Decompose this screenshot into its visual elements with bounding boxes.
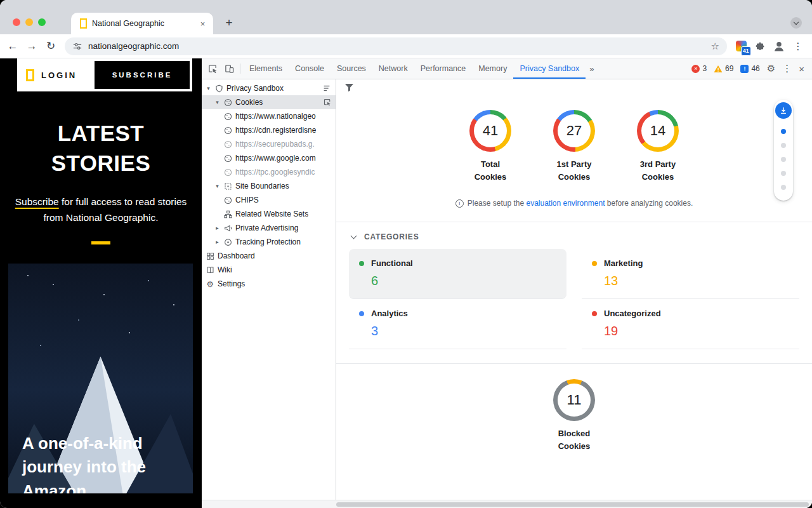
- reload-icon[interactable]: ↻: [42, 37, 60, 55]
- tab-search-icon[interactable]: [790, 17, 802, 29]
- minimize-window-button[interactable]: [25, 18, 33, 26]
- tree-item-dashboard[interactable]: Dashboard: [202, 249, 336, 263]
- tree-item-site-boundaries[interactable]: Site Boundaries: [202, 179, 336, 193]
- categories-header[interactable]: CATEGORIES: [336, 222, 812, 248]
- book-icon: [206, 265, 214, 274]
- third-party-cookies-donut: 14: [637, 110, 679, 152]
- tree-item-url[interactable]: https://www.nationalgeo: [202, 109, 336, 123]
- subscribe-link[interactable]: Subscribe: [15, 196, 59, 207]
- story-card[interactable]: A one-of-a-kind journey into the Amazon: [8, 264, 193, 493]
- new-tab-button[interactable]: +: [221, 15, 237, 31]
- tree-item-url[interactable]: https://securepubads.g.: [202, 137, 336, 151]
- tab-sources[interactable]: Sources: [331, 58, 372, 79]
- bookmark-star-icon[interactable]: ☆: [711, 41, 719, 52]
- info-icon: [455, 199, 464, 208]
- blocked-cookies-value: 11: [553, 379, 595, 421]
- browser-tab[interactable]: National Geographic ×: [71, 13, 213, 34]
- category-uncategorized[interactable]: Uncategorized 19: [582, 299, 799, 349]
- url-field[interactable]: nationalgeographic.com ☆: [65, 37, 727, 55]
- tab-memory[interactable]: Memory: [472, 58, 513, 79]
- tree-item-url[interactable]: https://www.google.com: [202, 151, 336, 165]
- cookie-icon: [223, 196, 232, 204]
- site-boundaries-icon: [223, 182, 232, 190]
- category-count: 3: [371, 324, 556, 338]
- tab-network[interactable]: Network: [372, 58, 414, 79]
- devtools-menu-icon[interactable]: ⋮: [782, 63, 792, 74]
- tree-item-label: Wiki: [218, 265, 232, 274]
- issues-badge[interactable]: ! 46: [740, 64, 759, 73]
- devtools-status-cluster: × 3 69 ! 46 ⚙: [691, 63, 809, 74]
- natgeo-favicon: [80, 18, 87, 29]
- privacy-sandbox-extension-icon[interactable]: 41: [732, 38, 750, 55]
- categories-title: CATEGORIES: [364, 232, 419, 241]
- zoom-window-button[interactable]: [38, 18, 46, 26]
- warning-count: 69: [725, 64, 733, 73]
- tab-console[interactable]: Console: [289, 58, 331, 79]
- error-badge[interactable]: × 3: [691, 64, 707, 73]
- tree-item-chips[interactable]: CHIPS: [202, 193, 336, 207]
- caret-right-icon[interactable]: [214, 239, 220, 245]
- tree-item-label: https://cdn.registerdisne: [235, 126, 316, 135]
- tree-item-private-advertising[interactable]: Private Advertising: [202, 221, 336, 235]
- download-button[interactable]: [775, 102, 792, 119]
- chevron-down-icon[interactable]: [351, 232, 357, 239]
- tree-item-cookies[interactable]: Cookies: [202, 95, 336, 109]
- url-text[interactable]: nationalgeographic.com: [88, 41, 705, 51]
- forward-icon[interactable]: →: [23, 37, 41, 55]
- inspect-element-icon[interactable]: [204, 60, 221, 77]
- pager-dot[interactable]: [781, 129, 786, 134]
- more-tabs-icon[interactable]: »: [586, 64, 598, 74]
- cookie-donuts: 41 Total Cookies 27: [336, 110, 812, 184]
- total-cookies-value: 41: [469, 110, 511, 152]
- scrollbar-thumb[interactable]: [336, 502, 809, 507]
- tree-item-wiki[interactable]: Wiki: [202, 263, 336, 277]
- category-name: Marketing: [604, 258, 643, 268]
- site-settings-icon[interactable]: [72, 38, 82, 55]
- analytics-dot: [359, 311, 364, 316]
- devtools-close-icon[interactable]: ×: [799, 64, 804, 74]
- tree-item-label: Site Boundaries: [235, 182, 289, 190]
- tree-item-settings[interactable]: ⚙ Settings: [202, 277, 336, 291]
- pager-dot[interactable]: [781, 143, 786, 148]
- story-title[interactable]: A one-of-a-kind journey into the Amazon: [22, 432, 181, 493]
- login-link[interactable]: LOGIN: [41, 70, 77, 80]
- tab-elements[interactable]: Elements: [243, 58, 289, 79]
- tab-close-icon[interactable]: ×: [197, 18, 208, 29]
- close-window-button[interactable]: [13, 18, 20, 26]
- evaluation-environment-link[interactable]: evaluation environment: [526, 199, 605, 208]
- caret-down-icon[interactable]: [214, 183, 220, 189]
- collapse-sidebar-icon[interactable]: [322, 84, 333, 93]
- profile-avatar-icon[interactable]: [770, 37, 788, 55]
- window-controls: [13, 18, 46, 26]
- warning-badge[interactable]: 69: [714, 64, 733, 73]
- device-toolbar-icon[interactable]: [221, 60, 237, 77]
- total-cookies-stat: 41 Total Cookies: [459, 110, 521, 184]
- tree-item-url[interactable]: https://tpc.googlesyndic: [202, 165, 336, 179]
- inspect-cursor-icon[interactable]: [324, 98, 333, 106]
- issues-icon: !: [740, 65, 749, 73]
- tree-item-tracking-protection[interactable]: Tracking Protection: [202, 235, 336, 249]
- extensions-puzzle-icon[interactable]: [751, 37, 769, 55]
- tree-item-related-website-sets[interactable]: Related Website Sets: [202, 207, 336, 221]
- tab-privacy-sandbox[interactable]: Privacy Sandbox: [513, 58, 586, 79]
- tab-performance[interactable]: Performance: [414, 58, 473, 79]
- tree-root-label: Privacy Sandbox: [226, 84, 284, 93]
- tree-root-privacy-sandbox[interactable]: Privacy Sandbox: [202, 81, 336, 95]
- caret-down-icon[interactable]: [214, 99, 220, 105]
- caret-down-icon[interactable]: [206, 85, 211, 91]
- category-analytics[interactable]: Analytics 3: [349, 299, 566, 349]
- back-icon[interactable]: ←: [4, 37, 22, 55]
- category-functional[interactable]: Functional 6: [349, 249, 566, 299]
- horizontal-scrollbar[interactable]: [202, 500, 812, 508]
- pager-dot[interactable]: [781, 157, 786, 162]
- tree-item-url[interactable]: https://cdn.registerdisne: [202, 123, 336, 137]
- category-count: 13: [604, 274, 789, 288]
- devtools-settings-icon[interactable]: ⚙: [767, 63, 775, 74]
- filter-icon[interactable]: [344, 83, 354, 92]
- browser-menu-icon[interactable]: ⋮: [789, 37, 807, 55]
- subscribe-button[interactable]: SUBSCRIBE: [95, 61, 190, 89]
- pager-dot[interactable]: [781, 171, 786, 176]
- caret-right-icon[interactable]: [214, 225, 220, 231]
- category-marketing[interactable]: Marketing 13: [582, 249, 799, 299]
- pager-dot[interactable]: [781, 185, 786, 190]
